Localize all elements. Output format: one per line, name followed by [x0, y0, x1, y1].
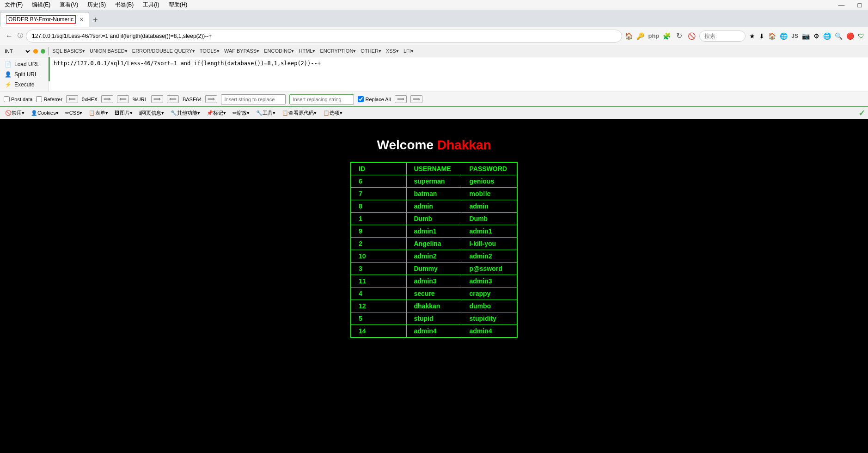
ext-disable[interactable]: 🚫禁用▾	[3, 109, 27, 117]
split-url-btn[interactable]: 👤 Split URL	[0, 69, 48, 80]
ext-images[interactable]: 🖼图片▾	[112, 109, 135, 117]
base64-right-arrow[interactable]: ⟹	[205, 95, 217, 103]
replace-right-arrow[interactable]: ⟹	[395, 95, 407, 103]
menu-tools[interactable]: 工具(I)	[141, 0, 161, 10]
ext-forms[interactable]: 📋表单▾	[86, 109, 110, 117]
ext-marks[interactable]: 📌标记▾	[204, 109, 228, 117]
cell-id: 7	[351, 188, 406, 200]
insert-string-input[interactable]	[221, 94, 286, 104]
screenshot-icon[interactable]: 📷	[802, 32, 810, 40]
cell-id: 1	[351, 213, 406, 225]
cell-id: 14	[351, 325, 406, 338]
welcome-label: Welcome	[377, 138, 434, 152]
translate-icon[interactable]: 🌐	[823, 32, 831, 40]
tb-encryption[interactable]: ENCRYPTION▾	[318, 47, 358, 55]
hackbar-url-input[interactable]: http://127.0.0.1/sql1/Less-46/?sort=1 an…	[49, 57, 868, 81]
percent-url-right-arrow[interactable]: ⟹	[151, 95, 163, 103]
puzzle-icon[interactable]: 🧩	[663, 32, 671, 40]
load-url-icon: 📄	[5, 61, 12, 67]
oxhex-right-arrow[interactable]: ⟹	[101, 95, 113, 103]
cell-username: admin	[406, 200, 462, 213]
menu-bookmarks[interactable]: 书签(B)	[113, 0, 135, 10]
welcome-heading: Welcome Dhakkan	[377, 138, 491, 153]
split-url-icon: 👤	[5, 71, 12, 78]
post-data-checkbox[interactable]	[4, 96, 10, 102]
insert-replacing-input[interactable]	[289, 94, 354, 104]
cell-username: Dumb	[406, 213, 462, 225]
cell-id: 12	[351, 300, 406, 312]
star-icon[interactable]: 🔑	[636, 32, 644, 40]
replace-left-arrow[interactable]: ⟹	[410, 95, 422, 103]
address-input[interactable]: 127.0.0.1/sql1/Less-46/?sort=1 and if(le…	[26, 30, 622, 43]
menu-edit[interactable]: 编辑(E)	[30, 0, 52, 10]
tb-xss[interactable]: XSS▾	[384, 47, 401, 55]
menu-file[interactable]: 文件(F)	[3, 0, 24, 10]
ext-options[interactable]: 📋选项▾	[321, 109, 345, 117]
ext-css[interactable]: ✏CSS▾	[63, 109, 85, 117]
hackbar-panel: 📄 Load URL 👤 Split URL ⚡ Execute http://…	[0, 57, 868, 107]
ext-tools[interactable]: 🔧工具▾	[254, 109, 278, 117]
tb-other[interactable]: OTHER▾	[359, 47, 383, 55]
php-icon[interactable]: php	[648, 32, 659, 39]
search-input[interactable]	[699, 31, 746, 42]
int-select[interactable]: INT STRING	[3, 48, 31, 55]
download-icon[interactable]: ⬇	[759, 32, 764, 40]
post-data-label[interactable]: Post data	[4, 96, 32, 102]
col-username: USERNAME	[406, 162, 462, 175]
menu-view[interactable]: 查看(V)	[58, 0, 80, 10]
cell-password: admin3	[462, 275, 517, 288]
hackbar-url-area: http://127.0.0.1/sql1/Less-46/?sort=1 an…	[49, 57, 868, 92]
maximize-btn[interactable]: □	[854, 0, 865, 10]
oxhex-left-arrow[interactable]: ⟸	[66, 95, 78, 103]
cell-username: admin2	[406, 250, 462, 263]
menu-history[interactable]: 历史(S)	[86, 0, 108, 10]
minimize-btn[interactable]: —	[835, 0, 849, 10]
tb-lfi[interactable]: LFI▾	[402, 47, 416, 55]
shield-icon: 🛡	[858, 32, 864, 40]
table-row: 10admin2admin2	[351, 250, 517, 263]
tb-tools[interactable]: TOOLS▾	[198, 47, 221, 55]
hackbar-left-panel: 📄 Load URL 👤 Split URL ⚡ Execute	[0, 57, 49, 92]
tb-waf-bypass[interactable]: WAF BYPASS▾	[222, 47, 261, 55]
ext-other-features[interactable]: 🔧其他功能▾	[168, 109, 202, 117]
no-entry-icon: 🚫	[688, 32, 696, 40]
new-tab-btn[interactable]: +	[89, 13, 102, 27]
load-url-btn[interactable]: 📄 Load URL	[0, 59, 48, 69]
menu-help[interactable]: 帮助(H)	[167, 0, 189, 10]
replace-all-checkbox[interactable]	[358, 96, 364, 102]
cell-password: I-kill-you	[462, 238, 517, 250]
tb-encoding[interactable]: ENCODING▾	[262, 47, 296, 55]
tb-sql-basics[interactable]: SQL BASICS▾	[50, 47, 87, 55]
active-tab[interactable]: ORDER BY-Error-Numeric ×	[0, 12, 89, 27]
ext-view-source[interactable]: 📋查看源代码▾	[280, 109, 319, 117]
zoom-icon[interactable]: 🔍	[835, 32, 843, 40]
tb-error-double[interactable]: ERROR/DOUBLE QUERY▾	[130, 47, 197, 55]
ext-cookies[interactable]: 👤Cookies▾	[29, 109, 61, 117]
bookmark-icon[interactable]: ★	[749, 32, 755, 40]
tb-html[interactable]: HTML▾	[297, 47, 317, 55]
tb-union-based[interactable]: UNION BASED▾	[88, 47, 129, 55]
ext-zoom[interactable]: ✏缩放▾	[230, 109, 252, 117]
back-btn[interactable]: ←	[4, 30, 15, 42]
replace-all-label[interactable]: Replace All	[358, 96, 391, 102]
tab-close-btn[interactable]: ×	[79, 16, 83, 23]
base64-left-arrow[interactable]: ⟸	[167, 95, 179, 103]
cell-password: dumbo	[462, 300, 517, 312]
settings-icon[interactable]: ⚙	[813, 32, 819, 40]
cell-password: genious	[462, 175, 517, 188]
cell-id: 4	[351, 288, 406, 300]
house2-icon[interactable]: 🏠	[768, 32, 776, 40]
data-table: ID USERNAME PASSWORD 6supermangenious7ba…	[350, 162, 518, 338]
execute-btn[interactable]: ⚡ Execute	[0, 80, 48, 90]
ext-page-info[interactable]: ℹ网页信息▾	[137, 109, 166, 117]
percent-url-left-arrow[interactable]: ⟸	[117, 95, 129, 103]
reload-btn[interactable]: ↻	[674, 30, 684, 42]
home-icon[interactable]: 🏠	[625, 32, 633, 40]
referrer-label[interactable]: Referrer	[36, 96, 62, 102]
cell-username: superman	[406, 175, 462, 188]
referrer-checkbox[interactable]	[36, 96, 42, 102]
cell-id: 5	[351, 312, 406, 325]
cell-password: admin4	[462, 325, 517, 338]
globe-icon[interactable]: 🌐	[780, 32, 788, 40]
cell-id: 6	[351, 175, 406, 188]
